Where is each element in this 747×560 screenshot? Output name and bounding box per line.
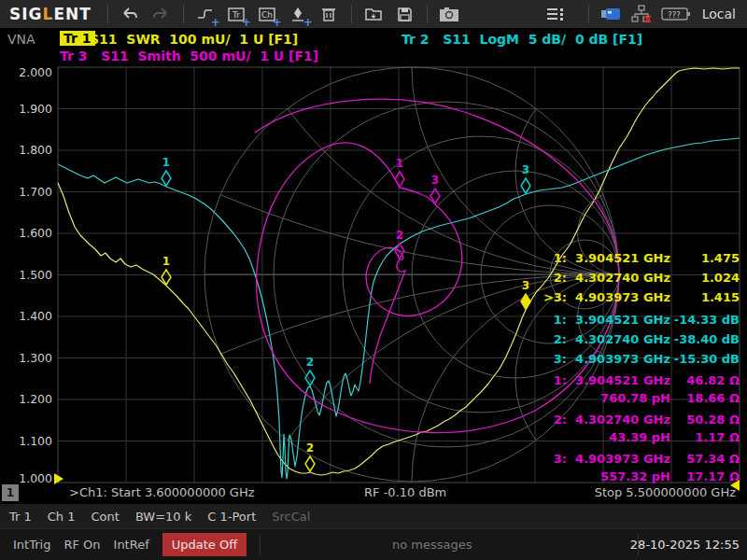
screenshot-icon[interactable] bbox=[437, 3, 462, 25]
siglent-logo: SIGLENT bbox=[9, 5, 92, 23]
message-area: no messages bbox=[392, 538, 472, 552]
marker-readout-row: 557.32 pH17.17 Ω bbox=[540, 468, 740, 485]
marker-readout-logm: 1: 3.904521 GHz-14.33 dB2: 4.302740 GHz-… bbox=[540, 310, 740, 369]
y-axis-tick-label: 1.000 bbox=[19, 471, 52, 485]
svg-text:2: 2 bbox=[306, 356, 314, 369]
marker-smith-2[interactable]: 2 bbox=[395, 229, 404, 259]
status-item-intref[interactable]: IntRef bbox=[114, 538, 149, 552]
rf-power-label[interactable]: RF -0.10 dBm bbox=[364, 485, 446, 499]
marker-logm-3[interactable]: 3 bbox=[521, 163, 530, 193]
channel-number-box[interactable]: 1 bbox=[2, 484, 19, 501]
toolbar-separator bbox=[183, 5, 184, 23]
svg-text:3: 3 bbox=[431, 174, 439, 187]
y-axis-tick-label: 1.900 bbox=[19, 102, 52, 116]
marker-readout-smith: 1: 3.904521 GHz46.82 Ω760.78 pH18.66 Ω2:… bbox=[540, 371, 740, 485]
marker-smith-3[interactable]: 3 bbox=[430, 174, 440, 203]
y-axis-tick-label: 1.500 bbox=[19, 268, 52, 282]
status-item-cont[interactable]: Cont bbox=[92, 510, 120, 524]
y-axis-tick-label: 1.300 bbox=[19, 351, 52, 365]
status-item-c-1-port[interactable]: C 1-Port bbox=[207, 510, 256, 524]
menu-icon[interactable] bbox=[543, 3, 569, 25]
open-file-icon[interactable] bbox=[361, 3, 387, 25]
update-off-badge[interactable]: Update Off bbox=[162, 533, 247, 556]
local-button[interactable]: Local bbox=[702, 7, 736, 21]
marker-swr-3[interactable]: 3 bbox=[521, 279, 530, 309]
y-axis-tick-label: 1.700 bbox=[19, 185, 52, 199]
status-bar-2: IntTrigRF OnIntRefUpdate Off no messages… bbox=[0, 528, 747, 560]
toolbar-separator bbox=[588, 5, 589, 23]
marker-readout-row: 1: 3.904521 GHz46.82 Ω bbox=[540, 371, 740, 389]
svg-text:1: 1 bbox=[162, 156, 170, 169]
svg-text:2: 2 bbox=[396, 229, 403, 242]
trace1-descriptor[interactable]: S11 SWR 100 mU/ 1 U [F1] bbox=[90, 32, 298, 47]
marker-readout-row: 2: 4.302740 GHz-38.40 dB bbox=[540, 329, 740, 349]
usb-icon[interactable] bbox=[599, 3, 624, 25]
marker-readout-row: 3: 4.903973 GHz-15.30 dB bbox=[540, 349, 740, 369]
marker-readout-row: 2: 4.302740 GHz50.28 Ω bbox=[540, 411, 740, 428]
svg-text:3: 3 bbox=[522, 163, 529, 176]
svg-text:3: 3 bbox=[522, 279, 529, 292]
status-item-inttrig[interactable]: IntTrig bbox=[13, 538, 50, 552]
status-item-rf-on[interactable]: RF On bbox=[63, 538, 100, 552]
marker-readout-swr: 1: 3.904521 GHz1.4752: 4.302740 GHz1.024… bbox=[540, 248, 740, 307]
marker-readout-row: >3: 4.903973 GHz1.415 bbox=[540, 287, 740, 307]
redo-icon[interactable] bbox=[148, 3, 174, 25]
sweep-stop-label[interactable]: Stop 5.500000000 GHz bbox=[595, 485, 736, 499]
y-axis-tick-label: 1.600 bbox=[19, 226, 52, 240]
add-marker-icon[interactable]: + bbox=[286, 3, 311, 25]
sweep-start-label[interactable]: >Ch1: Start 3.600000000 GHz bbox=[69, 485, 255, 499]
marker-readout-row: 1: 3.904521 GHz-14.33 dB bbox=[540, 310, 740, 329]
marker-readout-row: 2: 4.302740 GHz1.024 bbox=[540, 268, 740, 287]
battery-unknown-icon[interactable]: ??? bbox=[660, 3, 692, 25]
marker-readout-row: 1: 3.904521 GHz1.475 bbox=[540, 248, 740, 268]
y-axis-tick-label: 1.100 bbox=[19, 434, 52, 448]
datetime-label: 28-10-2025 12:55 bbox=[630, 538, 740, 552]
svg-text:2: 2 bbox=[306, 441, 314, 455]
toolbar-separator bbox=[427, 5, 428, 23]
add-sweep-icon[interactable]: + bbox=[193, 3, 218, 25]
y-axis-tick-label: 2.000 bbox=[19, 65, 52, 79]
marker-logm-1[interactable]: 1 bbox=[162, 156, 171, 186]
status-item-bw-10-k[interactable]: BW=10 k bbox=[135, 510, 191, 524]
y-axis-tick-label: 1.200 bbox=[19, 392, 52, 406]
vna-screen: SIGLENT + Tr + Ch + + bbox=[0, 0, 747, 560]
status-item-tr-1[interactable]: Tr 1 bbox=[9, 510, 32, 524]
marker-readout-row: 3: 4.903973 GHz57.34 Ω bbox=[540, 450, 740, 468]
y-axis-labels: 2.0001.9001.8001.7001.6001.5001.4001.300… bbox=[19, 65, 52, 485]
y-axis-tick-label: 1.400 bbox=[19, 309, 52, 323]
marker-smith-1[interactable]: 1 bbox=[395, 157, 404, 187]
toolbar: SIGLENT + Tr + Ch + + bbox=[0, 0, 747, 28]
marker-readout-row: 760.78 pH18.66 Ω bbox=[540, 389, 740, 407]
add-channel-icon[interactable]: Ch + bbox=[255, 3, 280, 25]
svg-text:Ch: Ch bbox=[261, 10, 273, 20]
status-item-ch-1[interactable]: Ch 1 bbox=[48, 510, 76, 524]
lan-error-icon[interactable] bbox=[629, 3, 655, 25]
marker-swr-1[interactable]: 1 bbox=[162, 255, 171, 285]
svg-text:Tr: Tr bbox=[232, 10, 240, 20]
undo-icon[interactable] bbox=[118, 3, 143, 25]
marker-readout-row: 43.39 pH1.17 Ω bbox=[540, 428, 740, 446]
trace3-descriptor[interactable]: Tr 3 S11 Smith 500 mU/ 1 U [F1] bbox=[60, 49, 318, 63]
svg-text:1: 1 bbox=[162, 255, 170, 268]
toolbar-separator bbox=[351, 5, 352, 23]
delete-icon[interactable] bbox=[317, 3, 342, 25]
svg-text:1: 1 bbox=[396, 157, 403, 170]
trace2-descriptor[interactable]: Tr 2 S11 LogM 5 dB/ 0 dB [F1] bbox=[402, 32, 642, 47]
toolbar-separator bbox=[107, 5, 108, 23]
add-trace-icon[interactable]: Tr + bbox=[224, 3, 249, 25]
y-axis-tick-label: 1.800 bbox=[19, 143, 52, 157]
status-bar-1: Tr 1Ch 1ContBW=10 kC 1-PortSrcCal bbox=[0, 504, 747, 528]
separator bbox=[260, 535, 261, 555]
status-item-srccal[interactable]: SrcCal bbox=[272, 510, 310, 524]
vna-label: VNA bbox=[7, 32, 35, 47]
save-icon[interactable] bbox=[392, 3, 417, 25]
svg-text:???: ??? bbox=[668, 10, 681, 20]
